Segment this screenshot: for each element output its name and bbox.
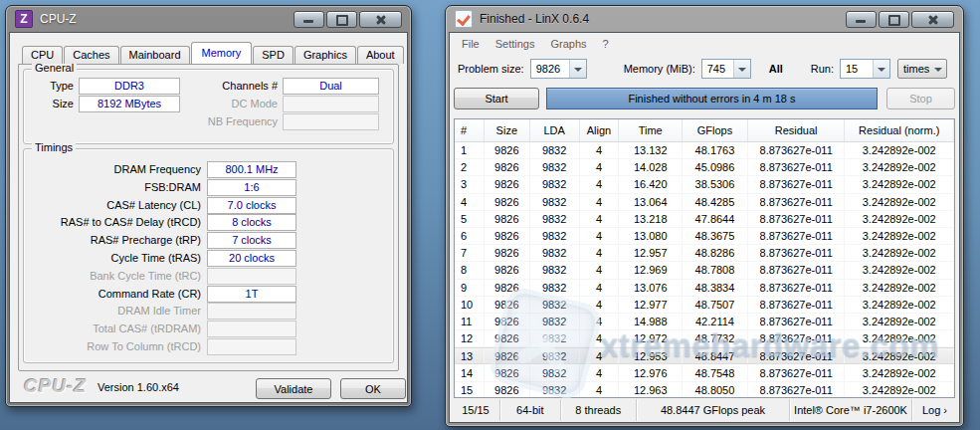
cpuz-window-controls <box>294 11 402 28</box>
table-cell: 9826 <box>485 176 530 192</box>
problem-size-select[interactable]: 9826 <box>530 59 587 79</box>
menu-settings[interactable]: Settings <box>488 35 543 53</box>
column-header-align[interactable]: Align <box>580 119 620 141</box>
table-cell: 9832 <box>530 330 580 346</box>
close-button[interactable] <box>359 11 402 28</box>
table-row[interactable]: 798269832412.95748.82868.873627e-0113.24… <box>455 245 954 262</box>
table-row[interactable]: 898269832412.96948.78088.873627e-0113.24… <box>455 262 954 279</box>
menu-file[interactable]: File <box>454 35 488 53</box>
table-cell: 3.242892e-002 <box>845 211 954 227</box>
table-cell: 12.972 <box>619 330 683 346</box>
general-row-channels: Channels #Dual <box>30 78 387 94</box>
linx-controls-row: Problem size: 9826 Memory (MiB): 745 All… <box>450 57 959 81</box>
table-cell: 4 <box>580 142 620 158</box>
field-label: DRAM Idle Timer <box>30 304 201 319</box>
table-cell: 14.028 <box>619 159 683 175</box>
field-value: 7 clocks <box>207 232 296 249</box>
menu-help[interactable]: ? <box>595 35 617 53</box>
tab-about[interactable]: About <box>357 46 404 64</box>
table-row[interactable]: 1098269832412.97748.75078.873627e-0113.2… <box>455 297 954 314</box>
stop-button[interactable]: Stop <box>886 88 955 109</box>
linx-window-title: Finished - LinX 0.6.4 <box>480 12 589 26</box>
minimize-button[interactable] <box>294 11 324 28</box>
table-cell: 9826 <box>485 330 530 346</box>
minimize-button[interactable] <box>846 11 877 28</box>
ok-button[interactable]: OK <box>340 378 406 399</box>
linx-window-controls <box>846 11 954 28</box>
field-label: CAS# Latency (CL) <box>30 198 201 213</box>
maximize-icon <box>336 15 348 26</box>
table-row[interactable]: 598269832413.21847.86448.873627e-0113.24… <box>455 211 954 228</box>
table-cell: 13.076 <box>619 280 683 296</box>
table-cell: 8.873627e-011 <box>748 142 846 158</box>
run-count-select[interactable]: 15 <box>840 59 890 79</box>
tab-cpu[interactable]: CPU <box>22 46 63 64</box>
table-cell: 8.873627e-011 <box>748 364 846 380</box>
table-cell: 3.242892e-002 <box>845 330 954 346</box>
column-header-residual[interactable]: Residual <box>748 119 846 141</box>
table-cell: 5 <box>455 211 485 227</box>
tab-mainboard[interactable]: Mainboard <box>120 46 190 64</box>
table-cell: 2 <box>455 159 485 175</box>
cpuz-window: Z CPU-Z CPUCachesMainboardMemorySPDGraph… <box>5 5 412 407</box>
table-cell: 13.064 <box>619 194 683 210</box>
field-label: DC Mode <box>129 97 278 111</box>
table-row[interactable]: 498269832413.06448.42858.873627e-0113.24… <box>455 194 954 211</box>
table-row[interactable]: 1598269832412.96348.80508.873627e-0113.2… <box>455 382 954 398</box>
column-header-time[interactable]: Time <box>619 119 683 141</box>
linx-window: Finished - LinX 0.6.4 FileSettingsGraphs… <box>445 5 964 427</box>
status-pane-8-threads: 8 threads <box>561 399 637 421</box>
table-row[interactable]: 398269832416.42038.53068.873627e-0113.24… <box>455 176 954 193</box>
validate-button[interactable]: Validate <box>256 378 331 399</box>
table-row[interactable]: 1198269832414.98842.21148.873627e-0113.2… <box>455 314 954 330</box>
column-header-lda[interactable]: LDA <box>530 119 580 141</box>
field-label: DRAM Frequency <box>30 162 201 177</box>
table-row[interactable]: 198269832413.13248.17638.873627e-0113.24… <box>455 142 954 159</box>
field-value: Dual <box>283 78 379 95</box>
table-row[interactable]: 698269832413.08048.36758.873627e-0113.24… <box>455 228 954 245</box>
memory-select[interactable]: 745 <box>701 59 751 79</box>
column-header-help[interactable]: # <box>455 119 485 141</box>
table-cell: 12.957 <box>619 245 683 261</box>
start-button[interactable]: Start <box>454 88 539 109</box>
maximize-button[interactable] <box>326 11 357 28</box>
log-button[interactable]: Log › <box>912 399 957 421</box>
column-header-gflops[interactable]: GFlops <box>683 119 748 141</box>
table-cell: 48.1763 <box>683 142 748 158</box>
timing-row-ras-to-cas-delay-trcd: RAS# to CAS# Delay (tRCD)8 clocks <box>30 214 387 230</box>
table-cell: 4 <box>580 314 620 329</box>
run-unit-select[interactable]: times <box>897 59 947 79</box>
run-unit-value: times <box>898 63 930 75</box>
close-button[interactable] <box>911 11 954 28</box>
chevron-down-icon <box>733 60 750 78</box>
status-pane-64-bit: 64-bit <box>500 399 561 421</box>
tab-spd[interactable]: SPD <box>253 46 294 64</box>
tab-graphics[interactable]: Graphics <box>294 46 356 64</box>
maximize-button[interactable] <box>879 11 909 28</box>
table-cell: 42.2114 <box>683 314 748 329</box>
z-logo-icon: Z <box>15 10 33 28</box>
table-row[interactable]: 1498269832412.97648.75488.873627e-0113.2… <box>455 364 954 381</box>
table-row[interactable]: 298269832414.02845.09868.873627e-0113.24… <box>455 159 954 176</box>
menu-graphs[interactable]: Graphs <box>542 35 594 53</box>
table-cell: 14.988 <box>619 314 683 329</box>
table-row[interactable]: 1298269832412.97248.77328.873627e-0113.2… <box>455 330 954 347</box>
table-cell: 9826 <box>485 297 530 313</box>
table-cell: 14 <box>455 364 485 380</box>
column-header-size[interactable]: Size <box>485 119 530 141</box>
tab-memory[interactable]: Memory <box>191 42 253 64</box>
timings-groupbox-legend: Timings <box>32 141 76 153</box>
table-row[interactable]: 998269832413.07648.38348.873627e-0113.24… <box>455 280 954 297</box>
table-cell: 3.242892e-002 <box>845 297 954 313</box>
tab-caches[interactable]: Caches <box>64 46 118 64</box>
table-cell: 9826 <box>485 280 530 296</box>
table-cell: 3.242892e-002 <box>845 142 954 158</box>
table-cell: 1 <box>455 142 485 158</box>
table-cell: 4 <box>580 382 620 398</box>
column-header-residual-norm[interactable]: Residual (norm.) <box>845 119 954 141</box>
general-groupbox: General TypeDDR3Size8192 MBytesChannels … <box>23 69 394 144</box>
table-cell: 4 <box>580 364 620 380</box>
table-cell: 8.873627e-011 <box>748 228 846 244</box>
table-row[interactable]: 1398269832412.95348.84478.873627e-0113.2… <box>455 347 954 364</box>
chevron-down-icon <box>569 60 586 78</box>
